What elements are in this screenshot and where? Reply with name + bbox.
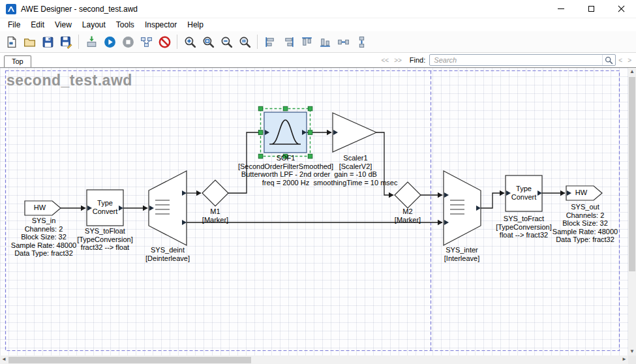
menu-item-layout[interactable]: Layout	[77, 19, 111, 31]
find-label: Find:	[410, 56, 425, 64]
m2-labels: M2 [Marker]	[382, 207, 434, 224]
sys-out-shape-label: HW	[568, 189, 595, 197]
design-canvas[interactable]: second_test.awd HW Type Convert Type Con…	[0, 68, 628, 356]
profile-button[interactable]	[137, 33, 155, 51]
wire-inter-tofract[interactable]	[481, 193, 504, 208]
menu-item-tools[interactable]: Tools	[111, 19, 140, 31]
align-bottom-icon	[318, 35, 332, 49]
find-next-button[interactable]: >	[625, 57, 634, 64]
save-icon	[41, 35, 55, 49]
block-sys-deint[interactable]	[149, 171, 187, 245]
minimize-button[interactable]	[546, 0, 576, 18]
download-to-target-icon	[85, 35, 98, 49]
block-name: SYS_out	[546, 203, 624, 211]
scroll-down-arrow[interactable]: ▼	[628, 348, 636, 356]
app-icon	[6, 4, 16, 14]
block-detail: Channels: 2	[546, 211, 624, 220]
sys-out-labels: SYS_out Channels: 2 Block Size: 32 Sampl…	[546, 203, 624, 244]
align-bottom-button[interactable]	[316, 33, 334, 51]
scroll-right-arrow[interactable]: ►	[620, 356, 628, 364]
search-input[interactable]	[430, 56, 602, 64]
find-prev-button[interactable]: <	[616, 57, 625, 64]
distribute-vertical-button[interactable]	[352, 33, 371, 51]
tab-bar: Top << >> Find: < >	[0, 53, 636, 68]
zoom-actual-button[interactable]	[235, 33, 254, 51]
align-right-button[interactable]	[279, 33, 297, 51]
menu-item-view[interactable]: View	[50, 19, 77, 31]
window-controls	[546, 0, 636, 18]
run-icon	[103, 35, 117, 49]
block-sof1[interactable]	[264, 112, 307, 153]
distribute-vertical-icon	[355, 35, 369, 49]
block-name: M2	[382, 207, 434, 216]
block-detail: Block Size: 32	[546, 219, 624, 228]
align-top-button[interactable]	[297, 33, 316, 51]
scroll-up-arrow[interactable]: ▲	[628, 68, 636, 76]
block-name: SYS_in	[5, 217, 83, 225]
scroll-left-arrow[interactable]: ◄	[0, 356, 8, 364]
block-name: SYS_inter	[423, 246, 501, 254]
download-to-target-button[interactable]	[82, 33, 100, 51]
zoom-in-button[interactable]	[181, 33, 199, 51]
toolbar	[0, 31, 636, 53]
new-design-button[interactable]	[2, 33, 20, 51]
sys-in-shape-label: HW	[26, 204, 53, 212]
search-icon[interactable]	[602, 55, 615, 65]
window-title: AWE Designer - second_test.awd	[21, 5, 138, 14]
tab-top[interactable]: Top	[4, 55, 31, 67]
block-m1[interactable]	[202, 180, 228, 206]
close-icon	[618, 5, 625, 12]
block-scaler1[interactable]	[333, 113, 376, 152]
open-icon	[23, 35, 37, 49]
horizontal-scrollbar[interactable]: ◄ ►	[0, 356, 628, 364]
sys-tofract-shape-label: Type Convert	[506, 185, 542, 201]
save-as-icon	[59, 35, 73, 49]
zoom-out-button[interactable]	[217, 33, 235, 51]
zoom-out-icon	[220, 35, 234, 49]
menu-item-help[interactable]: Help	[182, 19, 209, 31]
vertical-scroll-thumb[interactable]	[629, 77, 635, 271]
toolbar-separator	[78, 35, 79, 49]
block-detail: smoothingTime = 10 msec	[309, 179, 402, 187]
stop-icon	[121, 35, 135, 49]
zoom-fit-button[interactable]	[199, 33, 217, 51]
sys-inter-labels: SYS_inter [Interleave]	[423, 246, 501, 262]
open-button[interactable]	[20, 33, 38, 51]
menu-item-inspector[interactable]: Inspector	[140, 19, 182, 31]
block-detail: [Marker]	[382, 216, 434, 224]
search-box[interactable]	[429, 54, 616, 66]
menu-item-edit[interactable]: Edit	[25, 19, 50, 31]
save-button[interactable]	[38, 33, 57, 51]
stop-button[interactable]	[119, 33, 137, 51]
maximize-button[interactable]	[576, 0, 606, 18]
distribute-horizontal-button[interactable]	[334, 33, 352, 51]
block-name: Scaler1	[309, 154, 402, 162]
menu-bar: File Edit View Layout Tools Inspector He…	[0, 18, 636, 31]
hardware-disconnected-button[interactable]	[155, 33, 174, 51]
run-button[interactable]	[100, 33, 119, 51]
history-back-button[interactable]: <<	[378, 57, 391, 64]
vertical-scrollbar[interactable]: ▲ ▼	[628, 68, 636, 356]
block-detail: gain = -10 dB	[309, 170, 402, 179]
scrollbar-corner	[628, 356, 636, 364]
block-detail: [TypeConversion]	[66, 235, 144, 244]
hardware-disconnected-icon	[158, 35, 172, 49]
block-detail: Data Type: fract32	[546, 235, 624, 244]
block-name: SYS_deint	[129, 246, 207, 254]
history-forward-button[interactable]: >>	[391, 57, 404, 64]
zoom-fit-icon	[202, 35, 215, 49]
align-left-button[interactable]	[261, 33, 279, 51]
block-detail: [Marker]	[189, 216, 241, 224]
close-button[interactable]	[606, 0, 636, 18]
block-detail: [Deinterleave]	[129, 254, 207, 263]
horizontal-scroll-thumb[interactable]	[8, 357, 251, 363]
block-detail: [Interleave]	[423, 254, 501, 263]
minimize-icon	[558, 8, 564, 9]
profile-icon	[140, 35, 153, 49]
save-as-button[interactable]	[57, 33, 75, 51]
sys-tofloat-shape-label: Type Convert	[87, 199, 123, 215]
sys-deint-labels: SYS_deint [Deinterleave]	[129, 246, 207, 262]
block-detail: [ScalerV2]	[309, 162, 402, 171]
block-sys-inter[interactable]	[444, 171, 481, 245]
menu-item-file[interactable]: File	[3, 19, 25, 31]
